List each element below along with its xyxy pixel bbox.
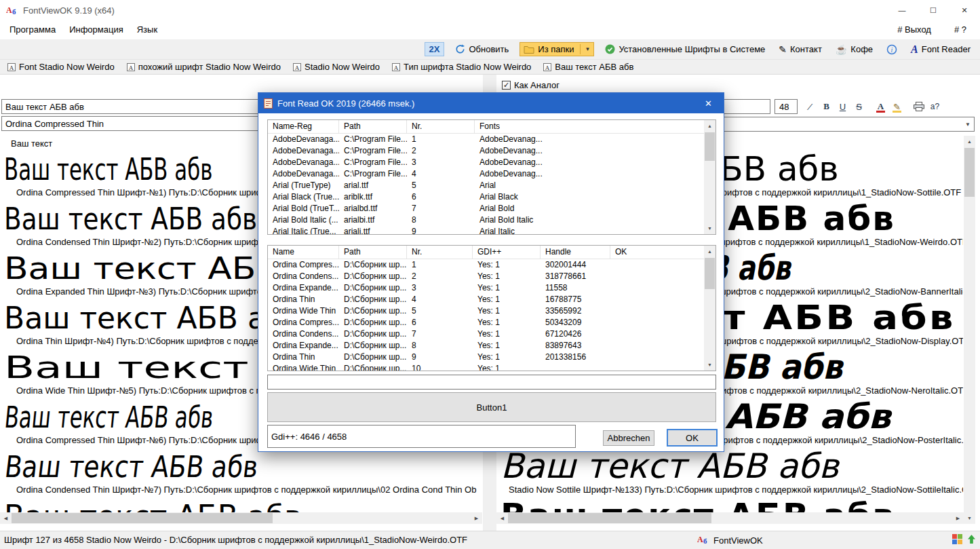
column-header[interactable]: Name (268, 246, 339, 259)
italic-icon[interactable]: ∕ (803, 99, 817, 114)
highlight-icon[interactable]: ✎ (890, 99, 904, 114)
table-row[interactable]: AdobeDevanaga...C:\Program File...2Adobe… (268, 145, 704, 157)
button1[interactable]: Button1 (267, 392, 716, 422)
scrollbar-thumb[interactable] (705, 258, 715, 289)
table-row[interactable]: Arial (TrueType)arial.ttf5Arial (268, 180, 704, 191)
cancel-button[interactable]: Abbrechen (603, 430, 654, 446)
vertical-scrollbar[interactable]: ▲ ▼ (964, 136, 975, 524)
tray-arrow-icon[interactable] (966, 534, 977, 546)
vertical-scrollbar[interactable]: ▲ ▼ (704, 246, 716, 371)
coffee-button[interactable]: ☕ Кофе (833, 43, 876, 56)
table-row[interactable]: AdobeDevanaga...C:\Program File...3Adobe… (268, 157, 704, 168)
close-button[interactable]: ✕ (949, 0, 980, 20)
analog-checkbox[interactable]: ✓ Как Аналог (502, 80, 560, 90)
scroll-up-icon[interactable]: ▲ (964, 136, 975, 147)
scrollbar-thumb[interactable] (508, 513, 711, 523)
font-preview-row[interactable]: Ваш текст АБВ абвStadio Now Sottile Шриф… (501, 448, 963, 497)
menu-item-right[interactable]: # Выход (890, 20, 938, 39)
from-folder-button[interactable]: Из папки ▼ (520, 42, 594, 56)
maximize-button[interactable]: ☐ (918, 0, 949, 20)
table-row[interactable]: Ordina Wide ThinD:\Сборник шр...5Yes: 13… (268, 305, 704, 317)
column-header[interactable]: Nr. (407, 246, 473, 259)
tab[interactable]: AТип шрифта Stadio Now Weirdo (387, 60, 536, 74)
menu-item-right[interactable]: # ? (947, 20, 973, 39)
table-cell: D:\Сборник шр... (339, 282, 407, 294)
table-cell: C:\Program File... (339, 145, 407, 157)
column-header[interactable]: Nr. (407, 120, 475, 134)
char-info-icon[interactable]: a? (928, 99, 942, 114)
table-row[interactable]: Ordina ThinD:\Сборник шр...9Yes: 1201338… (268, 352, 704, 363)
tab[interactable]: AВаш текст АБВ абв (538, 60, 638, 74)
tray-color-icon[interactable] (952, 534, 962, 546)
scrollbar-thumb[interactable] (12, 513, 273, 523)
column-header[interactable]: Fonts (475, 120, 704, 134)
table-row[interactable]: AdobeDevanaga...C:\Program File...4Adobe… (268, 168, 704, 180)
scroll-left-icon[interactable]: ◀ (0, 512, 12, 524)
font-size-input[interactable]: 48 (775, 99, 798, 114)
info-button[interactable]: i (884, 43, 900, 56)
scroll-down-icon[interactable]: ▼ (704, 223, 716, 234)
vertical-scrollbar[interactable]: ▲ ▼ (704, 120, 716, 234)
font-reader-button[interactable]: A Font Reader (908, 42, 973, 57)
contact-button[interactable]: ✎ Контакт (776, 43, 825, 56)
horizontal-scrollbar[interactable]: ◀ ▶ (496, 512, 964, 524)
table-row[interactable]: AdobeDevanaga...C:\Program File...1Adobe… (268, 134, 704, 145)
scroll-up-icon[interactable]: ▲ (704, 120, 716, 132)
table-row[interactable]: Ordina Compres...D:\Сборник шр...1Yes: 1… (268, 259, 704, 271)
tab[interactable]: AStadio Now Weirdo (288, 60, 385, 74)
font-preview-row[interactable]: Ваш текст АБВ абв (4, 499, 480, 512)
scroll-left-icon[interactable]: ◀ (496, 512, 508, 524)
scroll-down-icon[interactable]: ▼ (964, 512, 975, 524)
scroll-up-icon[interactable]: ▲ (704, 246, 716, 257)
table-row[interactable]: Ordina Expande...D:\Сборник шр...3Yes: 1… (268, 282, 704, 294)
table-cell: AdobeDevanaga... (268, 168, 339, 180)
column-header[interactable]: Path (339, 120, 407, 134)
scroll-right-icon[interactable]: ▶ (471, 512, 482, 524)
table-row[interactable]: Arial Black (True...ariblk.ttf6Arial Bla… (268, 191, 704, 203)
table-row[interactable]: Ordina Condens...D:\Сборник шр...7Yes: 1… (268, 328, 704, 340)
menu-item[interactable]: Информация (62, 20, 130, 39)
scroll-right-icon[interactable]: ▶ (952, 512, 964, 524)
table-row[interactable]: Arial Italic (True...ariali.ttf9Arial It… (268, 226, 704, 234)
strikethrough-icon[interactable]: S (852, 99, 866, 114)
column-header[interactable]: GDI++ (473, 246, 541, 259)
table-cell: Arial Black (True... (268, 191, 339, 203)
column-header[interactable]: Path (339, 246, 407, 259)
scrollbar-thumb[interactable] (705, 132, 715, 161)
column-header[interactable]: Name-Reg (268, 120, 339, 134)
scrollbar-thumb[interactable] (964, 148, 975, 197)
scroll-down-icon[interactable]: ▼ (704, 359, 716, 371)
horizontal-scrollbar[interactable]: ◀ ▶ (0, 512, 482, 524)
checkbox-icon[interactable]: ✓ (502, 81, 511, 90)
print-icon[interactable] (912, 99, 926, 114)
bold-icon[interactable]: B (819, 99, 834, 114)
table-row[interactable]: Ordina ThinD:\Сборник шр...4Yes: 1167887… (268, 294, 704, 305)
table-row[interactable]: Arial Bold (TrueT...arialbd.ttf7Arial Bo… (268, 203, 704, 214)
table-row[interactable]: Ordina Wide ThinD:\Сборник шр...10Yes: 1 (268, 363, 704, 371)
gdi-count-field[interactable] (267, 425, 576, 448)
dialog-text-input[interactable] (267, 375, 716, 390)
tab[interactable]: Aпохожий шрифт Stadio Now Weirdo (122, 60, 286, 74)
ok-button[interactable]: OK (667, 429, 718, 447)
font-color-icon[interactable]: A (874, 99, 888, 114)
menu-item[interactable]: Программа (3, 20, 62, 39)
table-header-row: Name-RegPathNr.Fonts (268, 120, 704, 134)
chevron-down-icon[interactable]: ▼ (580, 44, 590, 54)
chevron-down-icon[interactable]: ▼ (962, 117, 974, 131)
table-row[interactable]: Arial Bold Italic (...arialbi.ttf8Arial … (268, 214, 704, 226)
menu-item[interactable]: Язык (130, 20, 164, 39)
tab[interactable]: AFont Stadio Now Weirdo (3, 60, 119, 74)
table-row[interactable]: Ordina Expande...D:\Сборник шр...8Yes: 1… (268, 340, 704, 352)
minimize-button[interactable]: — (886, 0, 918, 20)
refresh-button[interactable]: Обновить (452, 43, 511, 56)
installed-fonts-button[interactable]: Установленные Шрифты в Системе (602, 43, 768, 56)
zoom-2x-button[interactable]: 2X (425, 42, 445, 56)
font-preview-row[interactable]: Ваш текст АБВ абвOrdina Condensed Thin Ш… (4, 449, 480, 499)
column-header[interactable]: Handle (541, 246, 610, 259)
font-preview-row[interactable]: Ваш текст АБВ абв (501, 497, 963, 512)
underline-icon[interactable]: U (836, 99, 850, 114)
table-row[interactable]: Ordina Condens...D:\Сборник шр...2Yes: 1… (268, 271, 704, 282)
dialog-close-button[interactable]: ✕ (693, 93, 724, 113)
column-header[interactable]: OK (610, 246, 704, 259)
table-row[interactable]: Ordina Compres...D:\Сборник шр...6Yes: 1… (268, 317, 704, 328)
